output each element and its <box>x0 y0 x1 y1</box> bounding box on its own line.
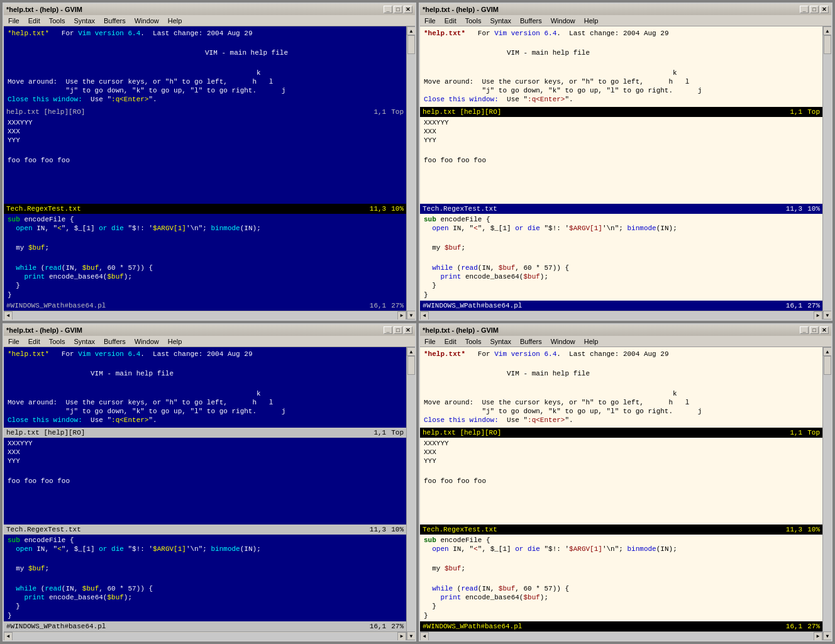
help-section-1[interactable]: *help.txt* For Vim version 6.4. Last cha… <box>4 26 406 107</box>
scroll-left-2[interactable]: ◄ <box>420 311 429 320</box>
menu-tools-3[interactable]: Tools <box>47 338 67 345</box>
menu-file-3[interactable]: File <box>6 338 21 345</box>
status-bar-2a: help.txt [help][RO] 1,1 Top <box>420 107 822 117</box>
scrollbar-bottom-1[interactable]: ◄ ► <box>4 311 406 319</box>
menu-help-1[interactable]: Help <box>166 17 184 25</box>
scroll-right-1[interactable]: ► <box>397 311 406 320</box>
perl-section-2[interactable]: sub encodeFile { open IN, "<", $_[1] or … <box>420 214 822 301</box>
status-right-2c: 16,1 <box>786 302 802 309</box>
code-section-3a[interactable]: XXXYYY XXX YYY foo foo foo foo <box>4 438 406 525</box>
close-btn-3[interactable]: ✕ <box>404 326 412 334</box>
scrollbar-right-2[interactable]: ▲ ▼ <box>822 26 831 319</box>
maximize-btn-3[interactable]: □ <box>394 326 402 334</box>
minimize-btn-4[interactable]: _ <box>800 326 809 334</box>
code-section-1a[interactable]: XXXYYY XXX YYY foo foo foo foo <box>4 117 406 204</box>
scrollbar-bottom-3[interactable]: ◄ ► <box>4 631 406 640</box>
menu-file-2[interactable]: File <box>423 17 438 25</box>
scroll-left-4[interactable]: ◄ <box>420 632 429 641</box>
perl-section-1[interactable]: sub encodeFile { open IN, "<", $_[1] or … <box>4 214 406 301</box>
menu-syntax-4[interactable]: Syntax <box>488 338 513 345</box>
close-btn-4[interactable]: ✕ <box>820 326 829 334</box>
menu-help-2[interactable]: Help <box>582 17 600 25</box>
menu-file-4[interactable]: File <box>423 338 438 345</box>
perl-line-3-1: sub encodeFile { <box>8 536 402 545</box>
scroll-down-2[interactable]: ▼ <box>823 311 831 319</box>
scrollbar-right-4[interactable]: ▲ ▼ <box>822 347 831 640</box>
scroll-down-1[interactable]: ▼ <box>407 311 415 319</box>
scroll-thumb-2[interactable] <box>824 35 831 54</box>
menu-edit-1[interactable]: Edit <box>26 17 42 25</box>
maximize-btn-4[interactable]: □ <box>810 326 819 334</box>
status-left-3a: help.txt [help][RO] <box>6 429 373 436</box>
perl-section-4[interactable]: sub encodeFile { open IN, "<", $_[1] or … <box>420 535 822 621</box>
scrollbar-right-3[interactable]: ▲ ▼ <box>406 347 415 640</box>
scroll-thumb-4[interactable] <box>824 356 831 375</box>
scroll-left-3[interactable]: ◄ <box>4 632 13 641</box>
editor-content-3: *help.txt* For Vim version 6.4. Last cha… <box>4 347 406 640</box>
perl-line-4-5: print encode_base64($buf); <box>424 593 819 602</box>
menu-buffers-2[interactable]: Buffers <box>518 17 544 25</box>
perl-section-3[interactable]: sub encodeFile { open IN, "<", $_[1] or … <box>4 535 406 621</box>
scrollbar-bottom-2[interactable]: ◄ ► <box>420 311 822 319</box>
scroll-right-4[interactable]: ► <box>814 632 822 641</box>
minimize-btn-3[interactable]: _ <box>384 326 392 334</box>
scroll-right-3[interactable]: ► <box>397 632 406 641</box>
menu-tools-2[interactable]: Tools <box>463 17 484 25</box>
menu-tools-1[interactable]: Tools <box>47 17 67 25</box>
help-section-3[interactable]: *help.txt* For Vim version 6.4. Last cha… <box>4 347 406 428</box>
scroll-down-4[interactable]: ▼ <box>823 631 831 640</box>
help-line-3: k <box>8 69 402 77</box>
scrollbar-bottom-4[interactable]: ◄ ► <box>420 631 822 640</box>
minimize-btn-2[interactable]: _ <box>800 6 809 13</box>
scroll-down-3[interactable]: ▼ <box>407 631 415 640</box>
status-bar-1c: #WINDOWS_WPath#base64.pl 16,1 27% <box>4 301 406 311</box>
status-right-4c: 16,1 <box>786 623 802 630</box>
perl-line-3-2: open IN, "<", $_[1] or die "$!: '$ARGV[1… <box>8 545 402 553</box>
perl-line-2-5: print encode_base64($buf); <box>424 272 819 281</box>
menu-syntax-3[interactable]: Syntax <box>72 338 97 345</box>
menu-syntax-1[interactable]: Syntax <box>72 17 97 25</box>
menu-edit-4[interactable]: Edit <box>443 338 458 345</box>
menu-syntax-2[interactable]: Syntax <box>488 17 513 25</box>
minimize-btn-1[interactable]: _ <box>384 6 392 13</box>
perl-line-2-3: my $buf; <box>424 243 819 252</box>
scroll-up-4[interactable]: ▲ <box>823 347 831 356</box>
menu-window-2[interactable]: Window <box>549 17 577 25</box>
scroll-thumb-1[interactable] <box>407 35 415 54</box>
status-right-3c: 16,1 <box>370 623 386 630</box>
close-btn-2[interactable]: ✕ <box>820 6 829 13</box>
menu-tools-4[interactable]: Tools <box>463 338 484 345</box>
menu-help-4[interactable]: Help <box>582 338 600 345</box>
code-section-4a[interactable]: XXXYYY XXX YYY foo foo foo foo <box>420 438 822 525</box>
close-btn-1[interactable]: ✕ <box>404 6 412 13</box>
title-buttons-3: _ □ ✕ <box>384 326 412 334</box>
menu-buffers-1[interactable]: Buffers <box>102 17 128 25</box>
help-line-3c: k <box>8 389 402 398</box>
scroll-up-1[interactable]: ▲ <box>407 26 415 35</box>
help-section-4[interactable]: *help.txt* For Vim version 6.4. Last cha… <box>420 347 822 428</box>
menu-help-3[interactable]: Help <box>166 338 184 345</box>
maximize-btn-1[interactable]: □ <box>394 6 402 13</box>
help-line-4b: VIM - main help file <box>424 369 819 378</box>
status-right-3b: 11,3 <box>370 526 386 533</box>
scroll-up-3[interactable]: ▲ <box>407 347 415 356</box>
menu-window-4[interactable]: Window <box>549 338 577 345</box>
menu-buffers-4[interactable]: Buffers <box>518 338 544 345</box>
scrollbar-right-1[interactable]: ▲ ▼ <box>406 26 415 319</box>
menu-bar-1: File Edit Tools Syntax Buffers Window He… <box>4 15 415 26</box>
help-section-2[interactable]: *help.txt* For Vim version 6.4. Last cha… <box>420 26 822 107</box>
menu-buffers-3[interactable]: Buffers <box>102 338 128 345</box>
scroll-right-2[interactable]: ► <box>814 311 822 320</box>
scroll-left-1[interactable]: ◄ <box>4 311 13 320</box>
menu-edit-3[interactable]: Edit <box>26 338 42 345</box>
title-buttons-1: _ □ ✕ <box>384 6 412 13</box>
scroll-up-2[interactable]: ▲ <box>823 26 831 35</box>
menu-edit-2[interactable]: Edit <box>443 17 458 25</box>
code-section-2a[interactable]: XXXYYY XXX YYY foo foo foo foo <box>420 117 822 204</box>
menu-file-1[interactable]: File <box>6 17 21 25</box>
menu-window-1[interactable]: Window <box>133 17 161 25</box>
status-right-1c: 16,1 <box>370 302 386 309</box>
menu-window-3[interactable]: Window <box>133 338 161 345</box>
scroll-thumb-3[interactable] <box>407 356 415 375</box>
maximize-btn-2[interactable]: □ <box>810 6 819 13</box>
